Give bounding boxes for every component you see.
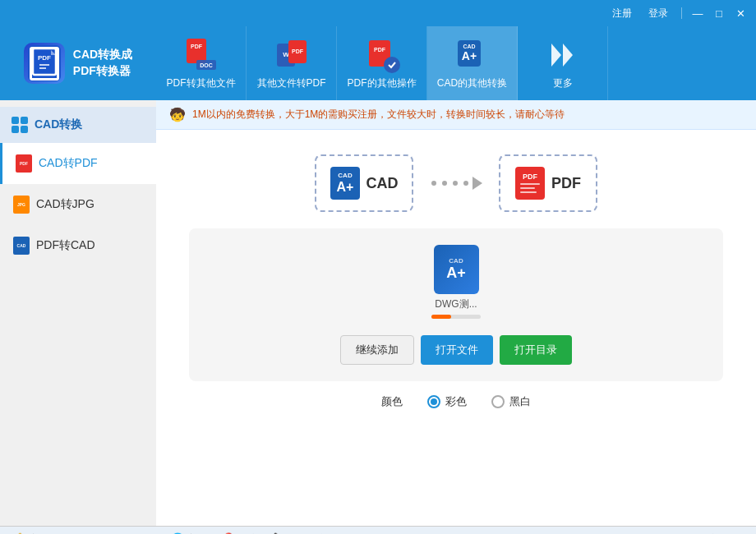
maximize-btn[interactable]: □ (710, 4, 728, 22)
svg-text:CAD: CAD (463, 44, 475, 49)
minimize-btn[interactable]: — (689, 4, 707, 22)
svg-rect-26 (520, 191, 537, 193)
more-icon (545, 37, 581, 73)
action-buttons: 继续添加 打开文件 打开目录 (340, 335, 572, 365)
svg-text:PDF: PDF (191, 44, 203, 49)
svg-rect-1 (33, 48, 56, 75)
login-btn[interactable]: 登录 (642, 5, 675, 22)
svg-text:A+: A+ (461, 49, 476, 62)
pdf-to-cad-icon: CAD (13, 237, 30, 255)
tab-cad-convert-label: CAD的其他转换 (437, 76, 507, 90)
info-text: 1M以内的免费转换，大于1M的需购买注册，文件较大时，转换时间较长，请耐心等待 (192, 108, 565, 122)
sidebar-item-pdf-to-cad-label: PDF转CAD (36, 238, 95, 253)
svg-text:A+: A+ (336, 180, 353, 194)
svg-text:PDF: PDF (523, 173, 538, 181)
content-area: 🧒 1M以内的免费转换，大于1M的需购买注册，文件较大时，转换时间较长，请耐心等… (156, 100, 756, 526)
svg-marker-18 (563, 44, 573, 67)
svg-text:DOC: DOC (200, 62, 213, 68)
cad-to-jpg-icon: JPG (13, 196, 30, 214)
info-bar: 🧒 1M以内的免费转换，大于1M的需购买注册，文件较大时，转换时间较长，请耐心等… (156, 100, 756, 130)
svg-rect-24 (520, 183, 540, 185)
title-bar: 注册 登录 — □ ✕ (0, 0, 756, 26)
open-dir-btn[interactable]: 打开目录 (500, 335, 572, 365)
footer: 🔔 客服：4006685572/326231478 🌐 官网 ❓ 帮助 📞 咨询… (0, 526, 756, 534)
other-to-pdf-icon: W PDF (274, 37, 310, 73)
color-option-bw[interactable]: 黑白 (491, 394, 531, 409)
sidebar-item-pdf-to-cad[interactable]: CAD PDF转CAD (0, 225, 156, 266)
pdf-ops-icon: PDF (364, 37, 400, 73)
svg-text:PDF: PDF (38, 54, 51, 62)
sidebar: CAD转换 PDF CAD转PDF JPG CAD转JPG CAD PDF转CA… (0, 100, 156, 526)
add-more-btn[interactable]: 继续添加 (340, 335, 414, 365)
arrow-separator (430, 177, 482, 190)
tab-more[interactable]: 更多 (518, 26, 608, 100)
tab-more-label: 更多 (553, 76, 573, 90)
tab-pdf-to-other[interactable]: PDF DOC PDF转其他文件 (156, 26, 247, 100)
open-file-btn[interactable]: 打开文件 (421, 335, 493, 365)
file-name-label: DWG测... (435, 297, 477, 311)
tab-pdf-ops[interactable]: PDF PDF的其他操作 (337, 26, 427, 100)
sidebar-item-cad-to-jpg[interactable]: JPG CAD转JPG (0, 184, 156, 225)
to-label: PDF (551, 175, 581, 192)
tab-pdf-to-other-label: PDF转其他文件 (167, 76, 236, 90)
radio-color-circle[interactable] (427, 395, 440, 408)
register-btn[interactable]: 注册 (606, 5, 638, 22)
svg-rect-0 (28, 45, 61, 81)
progress-bar (431, 315, 481, 319)
svg-rect-25 (520, 187, 535, 189)
tab-pdf-ops-label: PDF的其他操作 (348, 76, 417, 90)
svg-rect-3 (187, 39, 206, 63)
sidebar-item-cad-to-pdf[interactable]: PDF CAD转PDF (0, 143, 156, 184)
svg-text:PDF: PDF (292, 48, 304, 54)
aplus-label: A+ (446, 265, 466, 282)
to-box: PDF PDF (499, 154, 597, 212)
app-logo: PDF (24, 43, 65, 84)
app-title: CAD转换成 PDF转换器 (73, 47, 132, 79)
color-option-color[interactable]: 彩色 (427, 394, 467, 409)
color-option-bw-label: 黑白 (509, 394, 531, 409)
header: PDF CAD转换成 PDF转换器 PDF DOC PDF转其他文件 (0, 26, 756, 100)
conversion-flow: CAD A+ CAD PDF PDF (156, 130, 756, 228)
from-label: CAD (366, 175, 399, 192)
tab-cad-convert[interactable]: CAD A+ CAD的其他转换 (427, 26, 518, 100)
progress-fill (431, 315, 451, 319)
svg-text:PDF: PDF (374, 47, 386, 53)
from-box: CAD A+ CAD (315, 154, 413, 212)
sidebar-section-header: CAD转换 (0, 107, 156, 143)
sidebar-item-cad-to-pdf-label: CAD转PDF (39, 156, 98, 171)
main-layout: CAD转换 PDF CAD转PDF JPG CAD转JPG CAD PDF转CA… (0, 100, 756, 526)
cad-label-small: CAD (449, 257, 463, 265)
sidebar-item-cad-to-jpg-label: CAD转JPG (36, 197, 94, 212)
pdf-to-other-icon: PDF DOC (183, 37, 219, 73)
color-label: 颜色 (381, 394, 403, 409)
svg-point-13 (384, 57, 400, 73)
file-item: CAD A+ DWG测... (431, 245, 481, 319)
logo-area: PDF CAD转换成 PDF转换器 (0, 43, 156, 84)
file-drop-area[interactable]: CAD A+ DWG测... 继续添加 打开文件 打开目录 (189, 228, 723, 381)
svg-text:CAD: CAD (338, 172, 353, 179)
color-option-color-label: 彩色 (445, 394, 467, 409)
cad-to-pdf-icon: PDF (16, 154, 32, 173)
color-options: 颜色 彩色 黑白 (156, 394, 756, 409)
svg-marker-17 (551, 44, 561, 67)
info-emoji: 🧒 (169, 107, 186, 122)
tab-other-to-pdf-label: 其他文件转PDF (257, 76, 326, 90)
cad-grid-icon (12, 117, 28, 133)
sidebar-section-label: CAD转换 (35, 117, 82, 132)
tab-other-to-pdf[interactable]: W PDF 其他文件转PDF (247, 26, 337, 100)
nav-tabs: PDF DOC PDF转其他文件 W PDF 其他文件转PDF (156, 26, 756, 100)
radio-bw-circle[interactable] (491, 395, 505, 408)
close-btn[interactable]: ✕ (731, 4, 749, 22)
cad-convert-icon: CAD A+ (454, 37, 491, 73)
file-icon-cad: CAD A+ (434, 245, 479, 294)
